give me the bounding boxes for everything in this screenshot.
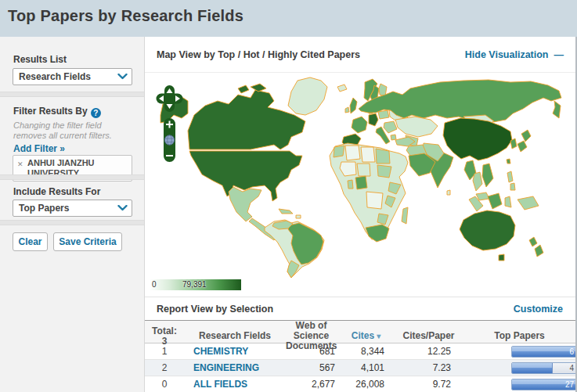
rank-cell: 2 (145, 362, 184, 373)
remove-filter-icon[interactable]: ✕ (17, 160, 23, 170)
top-papers-bar: 27 (511, 379, 577, 390)
map-view-title: Map View by Top / Hot / Highly Cited Pap… (157, 49, 360, 60)
cites-cell: 4,101 (337, 362, 395, 373)
filter-sidebar: Results List Research Fields Filter Resu… (0, 37, 145, 392)
bar-fill (512, 347, 576, 357)
table-header-row: Total: 3 Research Fields Web of Science … (145, 320, 577, 343)
report-panel: Report View by Selection Customize Total… (145, 297, 577, 392)
sort-descending-icon: ▾ (377, 332, 380, 340)
chevron-down-icon (113, 205, 132, 211)
chevron-down-icon (113, 74, 132, 80)
collapse-icon[interactable]: — (554, 49, 564, 60)
top-papers-value: 27 (565, 380, 574, 389)
map-panel-header: Map View by Top / Hot / Highly Cited Pap… (145, 37, 577, 73)
legend-max-label: 79,391 (182, 280, 207, 289)
page-header: Top Papers by Research Fields (0, 0, 577, 37)
map-region-africa (330, 143, 408, 242)
bar-fill (512, 363, 553, 373)
help-icon[interactable]: ? (91, 108, 101, 118)
top-papers-bar: 4 (511, 362, 577, 374)
results-table: Total: 3 Research Fields Web of Science … (145, 320, 577, 392)
choropleth-legend: 0 79,391 (150, 279, 241, 290)
save-criteria-button[interactable]: Save Criteria (53, 232, 122, 251)
hide-visualization-link[interactable]: Hide Visualization— (465, 49, 563, 60)
research-field-link[interactable]: CHEMISTRY (193, 346, 248, 357)
map-navigation-controls (156, 85, 183, 165)
table-row: 2 ENGINEERING 567 4,101 7.23 4 (145, 360, 577, 376)
column-header-top-papers[interactable]: Top Papers (462, 331, 577, 341)
sidebar-divider (0, 220, 144, 225)
cites-per-paper-cell: 9.72 (395, 379, 462, 390)
page-title: Top Papers by Research Fields (0, 0, 577, 25)
top-papers-value: 4 (569, 364, 574, 372)
report-view-title: Report View by Selection (157, 304, 273, 315)
customize-link[interactable]: Customize (514, 304, 563, 315)
cites-per-paper-cell: 12.25 (395, 346, 462, 357)
include-results-selected-value: Top Papers (13, 203, 113, 214)
column-header-total: Total: 3 (145, 326, 184, 347)
docs-cell: 681 (286, 346, 337, 357)
rank-cell: 1 (145, 346, 184, 357)
map-region-oceania (460, 171, 543, 261)
docs-cell: 567 (286, 362, 337, 373)
research-field-link[interactable]: ENGINEERING (193, 362, 259, 373)
add-filter-link[interactable]: Add Filter » (13, 143, 65, 154)
rank-cell: 0 (145, 379, 184, 390)
globe-icon (164, 135, 174, 145)
column-header-cites-per-paper[interactable]: Cites/Paper (395, 331, 462, 341)
map-region-north-america (160, 77, 327, 240)
main-content: Map View by Top / Hot / Highly Cited Pap… (145, 37, 577, 392)
legend-min-label: 0 (152, 280, 157, 289)
table-row: 1 CHEMISTRY 681 8,344 12.25 6 (145, 343, 577, 360)
results-list-selected-value: Research Fields (13, 71, 113, 82)
world-map-area: 0 79,391 (145, 73, 577, 297)
clear-button[interactable]: Clear (13, 232, 48, 251)
filter-results-label: Filter Results By? (13, 106, 101, 118)
cites-cell: 8,344 (337, 346, 395, 357)
zoom-control[interactable] (164, 118, 175, 162)
world-map-choropleth[interactable] (145, 73, 577, 297)
pan-control[interactable] (157, 85, 183, 112)
cites-per-paper-cell: 7.23 (395, 362, 462, 373)
map-region-south-america (265, 220, 324, 278)
docs-cell: 2,677 (286, 379, 337, 390)
top-papers-value: 6 (569, 347, 574, 356)
results-list-label: Results List (13, 54, 67, 65)
table-row: 0 ALL FIELDS 2,677 26,008 9.72 27 (145, 376, 577, 392)
sidebar-divider (0, 174, 144, 180)
report-panel-header: Report View by Selection Customize (145, 297, 577, 320)
research-field-link[interactable]: ALL FIELDS (193, 379, 247, 390)
column-header-cites-sorted[interactable]: Cites▾ (337, 331, 395, 341)
include-results-select[interactable]: Top Papers (13, 200, 132, 217)
results-list-select[interactable]: Research Fields (13, 68, 132, 85)
cites-cell: 26,008 (337, 379, 395, 390)
esi-application-window: Top Papers by Research Fields Results Li… (0, 0, 577, 392)
filter-note: Changing the filter field removes all cu… (13, 120, 132, 141)
sidebar-divider (0, 92, 144, 97)
include-results-label: Include Results For (13, 186, 100, 197)
column-header-research-fields[interactable]: Research Fields (184, 331, 286, 341)
top-papers-bar: 6 (511, 346, 577, 358)
